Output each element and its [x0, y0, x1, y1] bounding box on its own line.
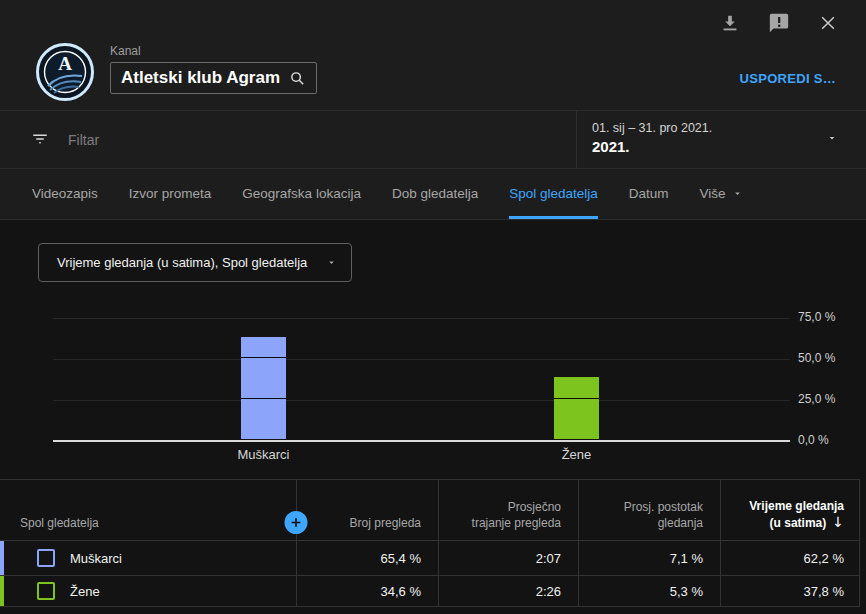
plus-icon [290, 516, 303, 529]
tab-geografska-lokacija[interactable]: Geografska lokacija [242, 168, 361, 219]
tab-datum[interactable]: Datum [629, 168, 669, 219]
caret-down-icon [732, 188, 743, 199]
cell-broj-pregleda: 65,4 % [296, 551, 438, 566]
gridline [53, 400, 790, 401]
search-icon [289, 70, 306, 87]
cell-broj-pregleda: 34,6 % [296, 584, 438, 599]
date-range-value: 2021. [592, 138, 630, 155]
close-button[interactable] [816, 11, 840, 35]
svg-text:A: A [58, 53, 72, 74]
column-header-prosjecno-trajanje[interactable]: Prosječno trajanje pregleda [438, 479, 578, 540]
tab-izvor-prometa[interactable]: Izvor prometa [129, 168, 212, 219]
channel-logo: A [36, 43, 94, 101]
cell-vrijeme-gledanja: 62,2 % [720, 551, 860, 566]
column-header-vrijeme-gledanja[interactable]: Vrijeme gledanja (u satima)↓ [720, 479, 860, 540]
divider [0, 219, 866, 220]
tab-dob-gledatelja[interactable]: Dob gledatelja [392, 168, 478, 219]
row-label: Žene [70, 584, 100, 599]
data-table: Spol gledatelja Broj pregleda Prosječno … [0, 479, 860, 607]
cell-prosj-postotak: 7,1 % [578, 551, 720, 566]
metric-selector-label: Vrijeme gledanja (u satima), Spol gledat… [57, 255, 307, 270]
dimension-tabs: Videozapis Izvor prometa Geografska loka… [0, 168, 866, 219]
column-header-prosj-postotak[interactable]: Prosj. postotak gledanja [578, 479, 720, 540]
gridline [53, 359, 790, 360]
table-row[interactable]: Muškarci 65,4 % 2:07 7,1 % 62,2 % [0, 541, 860, 575]
date-range-text: 01. sij – 31. pro 2021. [592, 121, 712, 135]
bar-muškarci [241, 337, 286, 439]
cell-prosjecno-trajanje: 2:07 [438, 551, 578, 566]
row-checkbox-muskarci[interactable] [37, 549, 55, 567]
sort-descending-icon: ↓ [832, 514, 844, 530]
x-axis-category-label: Žene [562, 447, 592, 462]
y-axis-tick-label: 25,0 % [798, 392, 866, 406]
compare-with-button[interactable]: USPOREDI S… [740, 71, 836, 86]
metric-selector-button[interactable]: Vrijeme gledanja (u satima), Spol gledat… [38, 243, 352, 282]
feedback-button[interactable] [767, 11, 791, 35]
cell-vrijeme-gledanja: 37,8 % [720, 584, 860, 599]
cell-prosjecno-trajanje: 2:26 [438, 584, 578, 599]
bar-chart: 75,0 %50,0 %25,0 %0,0 %MuškarciŽene [53, 318, 790, 441]
series-color-stripe [0, 576, 4, 606]
column-header-broj-pregleda[interactable]: Broj pregleda [296, 479, 438, 540]
y-axis-tick-label: 50,0 % [798, 351, 866, 365]
channel-name: Atletski klub Agram [121, 68, 280, 88]
channel-selector[interactable]: Atletski klub Agram [110, 62, 317, 94]
row-label: Muškarci [70, 551, 122, 566]
tab-more[interactable]: Više [700, 168, 743, 219]
feedback-icon [768, 12, 790, 34]
channel-entity-label: Kanal [110, 44, 141, 58]
caret-down-icon [326, 257, 337, 268]
filter-icon [30, 130, 50, 148]
close-icon [818, 13, 838, 33]
tab-videozapis[interactable]: Videozapis [32, 168, 98, 219]
x-axis-baseline [53, 440, 790, 442]
column-header-spol-gledatelja[interactable]: Spol gledatelja [20, 479, 270, 540]
y-axis-tick-label: 0,0 % [798, 433, 866, 447]
filter-input[interactable] [66, 125, 530, 155]
chevron-down-icon [826, 132, 838, 144]
series-color-stripe [0, 541, 4, 575]
row-checkbox-zene[interactable] [37, 582, 55, 600]
bar-žene [554, 377, 599, 439]
download-icon [719, 12, 741, 34]
add-metric-button[interactable] [285, 511, 308, 534]
x-axis-category-label: Muškarci [237, 447, 289, 462]
tab-spol-gledatelja[interactable]: Spol gledatelja [509, 168, 598, 219]
y-axis-tick-label: 75,0 % [798, 310, 866, 324]
table-row[interactable]: Žene 34,6 % 2:26 5,3 % 37,8 % [0, 576, 860, 606]
download-button[interactable] [718, 11, 742, 35]
cell-prosj-postotak: 5,3 % [578, 584, 720, 599]
date-range-selector[interactable]: 01. sij – 31. pro 2021. 2021. [576, 110, 866, 168]
gridline [53, 318, 790, 319]
analytics-modal: A Kanal Atletski klub Agram USPOREDI S… … [0, 0, 866, 614]
